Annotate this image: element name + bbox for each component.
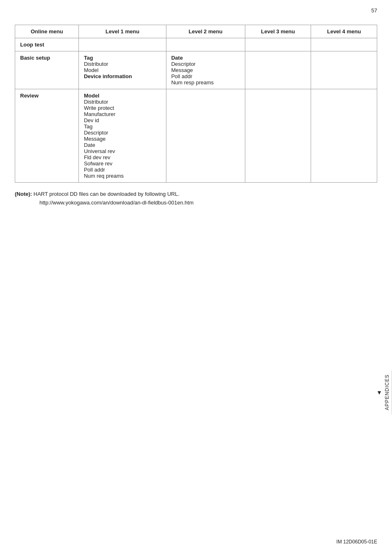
descriptor-item: Descriptor	[171, 61, 240, 67]
tag-item: Tag	[84, 55, 161, 61]
review-write-protect-item: Write protect	[84, 105, 161, 111]
review-tag-item: Tag	[84, 123, 161, 130]
review-universal-rev-item: Universal rev	[84, 148, 161, 154]
device-information-item: Device information	[84, 73, 161, 79]
level2-cell: Date Descriptor Message Poll addr Num re…	[166, 51, 245, 89]
footer-code: IM 12D06D05-01E	[337, 539, 377, 545]
level3-cell	[245, 89, 311, 183]
level3-cell	[245, 51, 311, 89]
level1-cell	[79, 38, 166, 51]
col-header-online-menu: Online menu	[15, 25, 79, 38]
review-dev-id-item: Dev id	[84, 117, 161, 123]
col-header-level2: Level 2 menu	[166, 25, 245, 38]
model-item: Model	[84, 67, 161, 73]
review-num-req-preams-item: Num req preams	[84, 173, 161, 179]
note-section: (Note): HART protocol DD files can be do…	[15, 190, 377, 207]
online-menu-cell: Loop test	[15, 38, 79, 51]
note-text: HART protocol DD files can be downloaded…	[32, 191, 180, 197]
online-menu-cell: Review	[15, 89, 79, 183]
level4-cell	[311, 38, 377, 51]
review-descriptor-item: Descriptor	[84, 130, 161, 136]
main-content: Online menu Level 1 menu Level 2 menu Le…	[0, 0, 392, 224]
poll-addr-item: Poll addr	[171, 73, 240, 79]
col-header-level4: Level 4 menu	[311, 25, 377, 38]
review-sofware-rev-item: Sofware rev	[84, 160, 161, 167]
table-row: Basic setup Tag Distributor Model Device…	[15, 51, 377, 89]
level2-cell	[166, 38, 245, 51]
distributor-item: Distributor	[84, 61, 161, 67]
sidebar-arrow-icon: ▲	[376, 390, 383, 397]
date-item: Date	[171, 55, 240, 61]
note-url: http://www.yokogawa.com/an/download/an-d…	[39, 199, 377, 207]
level1-cell: Model Distributor Write protect Manufact…	[79, 89, 166, 183]
page-number: 57	[371, 7, 377, 14]
review-fld-dev-rev-item: Fld dev rev	[84, 154, 161, 160]
message-item: Message	[171, 67, 240, 73]
review-message-item: Message	[84, 136, 161, 142]
review-poll-addr-item: Poll addr	[84, 167, 161, 173]
col-header-level1: Level 1 menu	[79, 25, 166, 38]
menu-table: Online menu Level 1 menu Level 2 menu Le…	[15, 25, 377, 183]
sidebar-appendices-label: APPENDICES	[384, 374, 390, 410]
table-row: Loop test	[15, 38, 377, 51]
sidebar-appendices: ▲ APPENDICES	[374, 370, 392, 414]
loop-test-label: Loop test	[20, 42, 44, 48]
review-date-item: Date	[84, 142, 161, 148]
note-label: (Note):	[15, 191, 32, 197]
level3-cell	[245, 38, 311, 51]
table-row: Review Model Distributor Write protect M…	[15, 89, 377, 183]
online-menu-cell: Basic setup	[15, 51, 79, 89]
level4-cell	[311, 89, 377, 183]
review-label: Review	[20, 93, 39, 99]
review-manufacturer-item: Manufacturer	[84, 111, 161, 117]
level4-cell	[311, 51, 377, 89]
level2-cell	[166, 89, 245, 183]
num-resp-preams-item: Num resp preams	[171, 79, 240, 86]
review-model-item: Model	[84, 93, 161, 99]
level1-cell: Tag Distributor Model Device information	[79, 51, 166, 89]
basic-setup-label: Basic setup	[20, 55, 50, 61]
col-header-level3: Level 3 menu	[245, 25, 311, 38]
review-distributor-item: Distributor	[84, 99, 161, 105]
